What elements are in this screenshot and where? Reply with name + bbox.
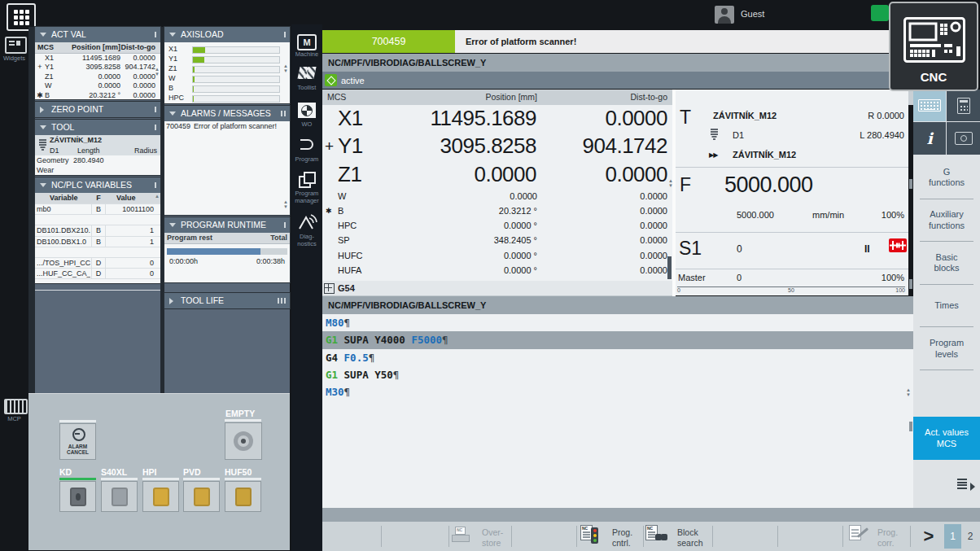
info-button[interactable]: i xyxy=(913,122,946,155)
program-icon[interactable] xyxy=(300,139,313,150)
toollist-icon[interactable] xyxy=(297,67,316,79)
menu-item-program-manager[interactable]: Program manager xyxy=(291,190,322,204)
axis-label: HPC xyxy=(168,93,184,103)
machine-icon[interactable]: M xyxy=(297,34,317,50)
softkey-program-levels[interactable]: Program levels xyxy=(913,327,980,370)
runtime-elapsed: 0:00:00h xyxy=(169,257,198,265)
scrollbar-arrows[interactable]: ▲▼ xyxy=(667,178,674,188)
scrollbar-arrows[interactable]: ▲▼ xyxy=(282,199,289,209)
alarm-number: 700459 xyxy=(166,121,190,131)
widget-resize-handle[interactable] xyxy=(155,107,156,112)
operating-area-menu: M Machine Toollist WO Program Program ma… xyxy=(291,24,322,551)
softkey-basic-blocks[interactable]: Basic blocks xyxy=(913,242,980,285)
axis-label: Y1 xyxy=(168,54,177,63)
ncplc-header[interactable]: NC/PLC VARIABLES xyxy=(35,177,160,193)
widget-resize-handle[interactable] xyxy=(278,298,286,304)
editor-line[interactable]: G1 SUPA Y4000 F5000¶ xyxy=(322,331,913,348)
tool-header[interactable]: TOOL xyxy=(35,120,160,135)
editor-line[interactable]: M30¶ xyxy=(322,383,913,400)
prog-cntrl-icon[interactable]: NC xyxy=(580,525,605,548)
act-val-header[interactable]: ACT VAL xyxy=(35,27,160,42)
station-button-huf50[interactable] xyxy=(225,481,261,512)
calculator-button[interactable] xyxy=(947,90,980,121)
scrollbar-arrows[interactable]: ▲▼ xyxy=(282,63,289,73)
more-softkeys-button[interactable]: > xyxy=(917,523,941,549)
empty-station-button[interactable] xyxy=(225,422,262,460)
menu-item-wo[interactable]: WO xyxy=(291,121,322,129)
next-tool-name: ZÁVITNÍK_M12 xyxy=(733,150,796,160)
axis-prefix: + xyxy=(325,138,334,155)
editor-line[interactable]: G1 SUPA Y50¶ xyxy=(322,366,913,383)
runtime-header[interactable]: PROGRAM RUNTIME xyxy=(164,217,290,233)
editor-line[interactable]: G4 F0.5¶ xyxy=(322,349,913,366)
block-search-icon[interactable]: NC xyxy=(645,525,670,548)
user-avatar-icon[interactable] xyxy=(715,6,734,24)
code-token: SUPA Y4000 xyxy=(338,334,411,346)
softkey-prog-cntrl[interactable]: Prog. cntrl. xyxy=(612,527,632,548)
widgets-rail-label[interactable]: Widgets xyxy=(0,55,28,62)
menu-item-toollist[interactable]: Toollist xyxy=(291,85,322,92)
scrollbar-arrows[interactable]: ▲▼ xyxy=(905,387,912,397)
scrollbar-thumb[interactable] xyxy=(667,256,672,279)
softkey-block-search[interactable]: Block search xyxy=(677,527,703,548)
overstore-icon[interactable]: NC xyxy=(452,527,473,546)
cnc-label: CNC xyxy=(890,70,977,84)
user-name[interactable]: Guest xyxy=(741,9,764,19)
splitter-handle[interactable] xyxy=(909,422,912,431)
softkey-prog-corr[interactable]: Prog. corr. xyxy=(877,527,898,548)
widget-resize-handle[interactable] xyxy=(155,182,156,188)
widget-resize-handle[interactable] xyxy=(281,111,286,116)
chevron-down-icon xyxy=(40,33,46,37)
widget-resize-handle[interactable] xyxy=(284,32,286,37)
menu-item-diagnostics[interactable]: Diag- nostics xyxy=(291,234,322,247)
axisload-header[interactable]: AXISLOAD xyxy=(164,27,290,42)
station-button-kd[interactable] xyxy=(59,481,96,512)
scrollbar-arrows[interactable]: ▲ xyxy=(154,194,160,199)
menu-item-machine[interactable]: Machine xyxy=(291,51,322,59)
menu-expand-icon[interactable] xyxy=(957,479,975,495)
splitter-handle[interactable] xyxy=(909,279,912,289)
mcp-rail-label[interactable]: MCP xyxy=(0,415,28,422)
cnc-panel-icon xyxy=(903,17,965,63)
calculator-icon xyxy=(957,98,970,114)
softkey-overstore[interactable]: Over- store xyxy=(482,527,503,548)
diagnostics-icon[interactable] xyxy=(296,213,317,231)
variable-format: B xyxy=(91,225,106,235)
widget-resize-handle[interactable] xyxy=(155,32,156,37)
widget-resize-handle[interactable] xyxy=(284,222,286,228)
station-button-hpi[interactable] xyxy=(142,481,179,512)
actval-row: ✱B20.3212 °0.0000 xyxy=(35,91,160,100)
workpiece-offset-icon[interactable] xyxy=(298,103,316,118)
program-editor[interactable]: M80¶G1 SUPA Y4000 F5000¶G4 F0.5¶G1 SUPA … xyxy=(322,314,913,509)
widget-resize-handle[interactable] xyxy=(155,125,156,130)
zero-point-header[interactable]: ZERO POINT xyxy=(35,102,160,117)
code-token: ¶ xyxy=(344,386,351,398)
alarm-cancel-button[interactable]: ALARM CANCEL xyxy=(59,423,96,460)
editor-line[interactable]: M80¶ xyxy=(322,314,913,331)
scrollbar-arrows[interactable]: ▲▼ xyxy=(154,67,160,77)
station-button-s40xl[interactable] xyxy=(101,481,138,512)
cnc-window-switcher[interactable]: CNC xyxy=(889,2,978,91)
tool-name: ZÁVITNÍK_M12 xyxy=(50,135,102,146)
axis-dist-to-go: 0.0000 xyxy=(537,233,667,247)
softkey-page-2[interactable]: 2 xyxy=(963,524,978,549)
variable-format: D xyxy=(91,258,106,268)
alarms-header[interactable]: ALARMS / MESSAGES xyxy=(164,106,290,121)
screenshot-button[interactable] xyxy=(947,122,980,155)
widgets-icon[interactable] xyxy=(5,37,27,54)
code-token: ¶ xyxy=(442,334,448,346)
prog-corr-icon[interactable] xyxy=(849,525,873,548)
splitter-handle[interactable] xyxy=(909,179,912,189)
softkey-page-1[interactable]: 1 xyxy=(944,524,961,549)
tool-life-header[interactable]: TOOL LIFE xyxy=(164,293,290,308)
program-manager-icon[interactable] xyxy=(299,172,315,188)
menu-item-program[interactable]: Program xyxy=(291,156,322,164)
softkey-times[interactable]: Times xyxy=(913,285,980,328)
softkey-g-functions[interactable]: G functions xyxy=(913,156,980,199)
softkey-act-values-mcs[interactable]: Act. values MCS xyxy=(913,417,980,460)
widget-act-val: ACT VAL MCS Position [mm] Dist-to-go X11… xyxy=(35,27,160,99)
station-button-pvd[interactable] xyxy=(183,481,220,512)
virtual-keyboard-toggle[interactable] xyxy=(913,90,946,121)
mcp-icon[interactable] xyxy=(4,399,28,414)
softkey-auxiliary-functions[interactable]: Auxiliary functions xyxy=(913,199,980,243)
